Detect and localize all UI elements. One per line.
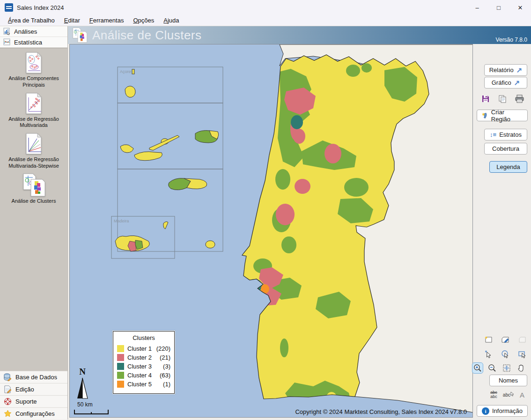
legend-item: Cluster 2 (21) xyxy=(117,354,170,361)
bottom-item-label: Suporte xyxy=(15,398,37,405)
select-new-cursor-icon[interactable] xyxy=(483,349,494,359)
sidebar-item-suporte[interactable]: Suporte xyxy=(0,395,67,407)
select-rectangle-cursor-icon[interactable] xyxy=(517,349,527,359)
nomes-button[interactable]: Nomes xyxy=(489,375,527,386)
estratos-button[interactable]: ↕≡ Estratos xyxy=(484,129,527,140)
bottom-item-label: Configurações xyxy=(15,410,55,417)
cluster4-swatch xyxy=(117,372,124,379)
create-region-icon xyxy=(482,112,488,119)
star-icon xyxy=(4,410,12,418)
cluster1-swatch xyxy=(117,345,124,352)
cluster3-swatch xyxy=(117,363,124,370)
legend-item: Cluster 3 (3) xyxy=(117,363,170,370)
database-icon xyxy=(4,373,12,381)
tool-label: Análise de Regressão Multivariada-Stepwi… xyxy=(1,156,66,169)
cobertura-button[interactable]: Cobertura xyxy=(484,143,527,155)
label-all-icon[interactable]: abc abc xyxy=(490,391,497,399)
sidebar-item-label: Análises xyxy=(14,28,37,35)
tool-analise-componentes-principais[interactable]: Análise Componentes Principais xyxy=(0,51,67,88)
sidebar-item-label: Estatística xyxy=(14,39,42,46)
pan-hand-icon[interactable] xyxy=(516,363,526,373)
legend-title: Clusters xyxy=(117,334,170,341)
main-area: Análise de Clusters Versão 7.8.0 xyxy=(68,26,531,420)
scale-bar-icon xyxy=(74,409,109,415)
zoom-out-icon[interactable] xyxy=(487,363,497,373)
select-circle-cursor-icon[interactable] xyxy=(500,349,510,359)
save-icon[interactable] xyxy=(480,94,491,104)
relatorio-button[interactable]: Relatório↗ xyxy=(484,64,527,76)
bottom-item-label: Base de Dados xyxy=(15,374,57,381)
page-banner: Análise de Clusters Versão 7.8.0 xyxy=(68,26,531,44)
menu-ajuda[interactable]: Ajuda xyxy=(159,16,183,25)
madeira-islands[interactable] xyxy=(115,221,168,251)
copyright-text: Copyright © 2024 Marktest Consulting, Sa… xyxy=(295,408,467,415)
criar-regiao-button[interactable]: Criar Região xyxy=(477,110,528,121)
legend-item: Cluster 1 (220) xyxy=(117,345,170,352)
minimize-button[interactable]: – xyxy=(466,0,488,15)
label-select-icon[interactable]: abc xyxy=(503,392,514,398)
north-arrow: N xyxy=(74,367,90,401)
right-tool-panel: Relatório↗ Gráfico↗ xyxy=(474,44,531,420)
sidebar-item-edicao[interactable]: Edição xyxy=(0,383,67,395)
sidebar-item-base-de-dados[interactable]: Base de Dados xyxy=(0,371,67,383)
bottom-item-label: Edição xyxy=(15,386,34,393)
menu-opcoes[interactable]: Opções xyxy=(129,16,158,25)
north-arrow-icon xyxy=(76,377,88,399)
informacao-button[interactable]: Informação xyxy=(477,405,528,417)
title-bar: Sales Index 2024 – □ ✕ xyxy=(0,0,531,15)
menu-bar: Área de Trabalho Editar Ferramentas Opçõ… xyxy=(0,15,531,26)
bar-chart-cursor-icon xyxy=(3,28,11,35)
legend-item: Cluster 5 (1) xyxy=(117,381,170,388)
grafico-button[interactable]: Gráfico↗ xyxy=(484,77,527,88)
legend-item: Cluster 4 (63) xyxy=(117,372,170,379)
open-external-icon: ↗ xyxy=(516,66,523,74)
zoom-extent-icon[interactable] xyxy=(502,363,512,373)
stepwise-document-icon xyxy=(23,132,44,155)
statistics-tool-panel: Análise Componentes Principais Análise d… xyxy=(0,48,67,371)
sidebar: Análises Estatística xyxy=(0,26,68,420)
acores-islands[interactable] xyxy=(120,69,219,248)
sidebar-bottom-nav: Base de Dados Edição Suporte xyxy=(0,371,67,420)
clusters-document-icon xyxy=(22,173,46,197)
close-button[interactable]: ✕ xyxy=(509,0,531,15)
tool-label: Análise de Clusters xyxy=(1,198,66,205)
info-icon xyxy=(482,407,489,415)
legenda-button[interactable]: Legenda xyxy=(489,161,527,173)
map-panel[interactable]: Açores Madeira Clusters Cluster 1 (220) … xyxy=(69,44,473,418)
copy-icon[interactable] xyxy=(497,94,508,104)
regression-document-icon xyxy=(23,92,44,115)
edit-page-icon xyxy=(4,385,12,393)
map-legend[interactable]: Clusters Cluster 1 (220) Cluster 2 (21) … xyxy=(113,331,175,394)
remove-region-page-icon xyxy=(517,335,527,345)
maximize-button[interactable]: □ xyxy=(488,0,509,15)
tool-label: Análise Componentes Principais xyxy=(1,75,66,88)
statistics-icon xyxy=(3,38,11,46)
menu-editar[interactable]: Editar xyxy=(60,16,84,25)
cluster2-swatch xyxy=(117,354,124,361)
pca-document-icon xyxy=(23,51,44,74)
scale-bar: 50 km xyxy=(74,401,109,417)
app-logo-icon xyxy=(5,3,13,12)
open-external-icon: ↗ xyxy=(514,79,520,87)
sidebar-item-analises[interactable]: Análises xyxy=(0,26,67,37)
acores-inset-label: Açores xyxy=(120,69,133,74)
madeira-inset-label: Madeira xyxy=(114,219,129,223)
version-label: Versão 7.8.0 xyxy=(496,37,527,43)
tool-analise-de-clusters[interactable]: Análise de Clusters xyxy=(0,173,67,205)
tool-analise-regressao-multivariada[interactable]: Análise de Regressão Multivariada xyxy=(0,92,67,129)
sidebar-item-configuracoes[interactable]: Configurações xyxy=(0,407,67,420)
lifebuoy-icon xyxy=(4,398,12,405)
page-title: Análise de Clusters xyxy=(92,28,202,43)
font-icon: A xyxy=(520,391,524,398)
edit-region-page-icon[interactable] xyxy=(500,335,510,345)
sidebar-item-estatistica[interactable]: Estatística xyxy=(0,37,67,48)
tool-label: Análise de Regressão Multivariada xyxy=(1,116,66,129)
new-region-page-icon[interactable] xyxy=(483,335,494,345)
cluster5-swatch xyxy=(117,381,124,388)
menu-area-de-trabalho[interactable]: Área de Trabalho xyxy=(4,16,59,25)
menu-ferramentas[interactable]: Ferramentas xyxy=(85,16,128,25)
print-icon[interactable] xyxy=(514,94,524,104)
tool-analise-regressao-stepwise[interactable]: Análise de Regressão Multivariada-Stepwi… xyxy=(0,132,67,169)
strata-icon: ↕≡ xyxy=(490,131,496,138)
zoom-in-icon[interactable] xyxy=(472,363,483,373)
